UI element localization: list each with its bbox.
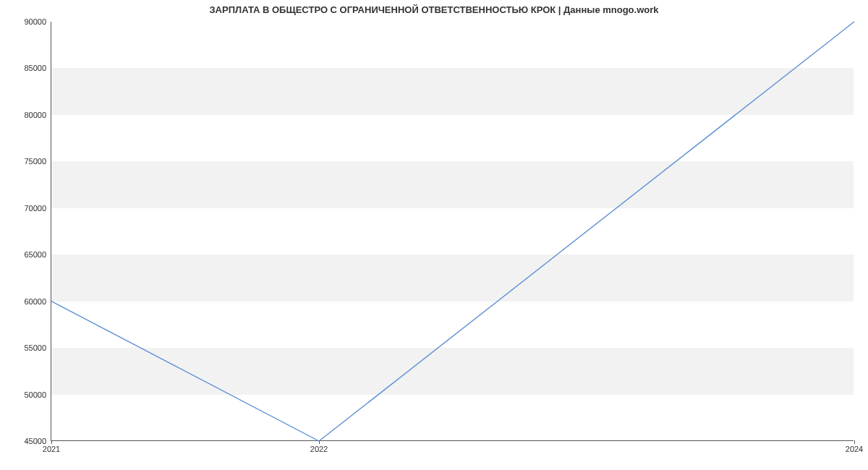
plot-area: 4500050000550006000065000700007500080000…: [51, 22, 854, 441]
y-tick-label: 65000: [12, 250, 46, 259]
y-tick-label: 60000: [12, 297, 46, 306]
x-tick-label: 2022: [310, 445, 328, 453]
y-tick-label: 85000: [12, 64, 46, 72]
line-series: [51, 22, 854, 441]
y-tick-label: 90000: [12, 17, 46, 26]
y-tick-label: 55000: [12, 343, 46, 352]
x-tick-mark: [51, 440, 52, 444]
y-tick-label: 50000: [12, 390, 46, 399]
x-tick-label: 2021: [43, 445, 60, 453]
chart-container: ЗАРПЛАТА В ОБЩЕСТРО С ОГРАНИЧЕННОЙ ОТВЕТ…: [0, 0, 868, 470]
y-tick-label: 75000: [12, 157, 46, 166]
y-tick-label: 45000: [12, 437, 46, 445]
chart-title: ЗАРПЛАТА В ОБЩЕСТРО С ОГРАНИЧЕННОЙ ОТВЕТ…: [0, 4, 868, 15]
y-tick-label: 70000: [12, 204, 46, 213]
x-tick-mark: [319, 440, 320, 444]
y-tick-label: 80000: [12, 111, 46, 119]
x-tick-label: 2024: [846, 445, 863, 453]
x-tick-mark: [854, 440, 855, 444]
